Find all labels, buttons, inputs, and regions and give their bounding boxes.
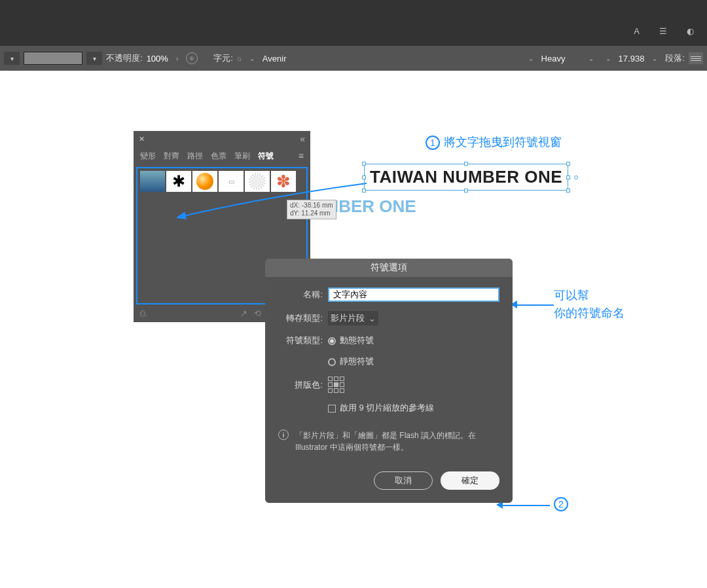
handle-bl[interactable] bbox=[362, 189, 366, 193]
handle-br[interactable] bbox=[566, 189, 570, 193]
text-out-port[interactable] bbox=[574, 175, 578, 179]
place-symbol-icon[interactable]: ↗ bbox=[240, 308, 247, 318]
paragraph-panel-icon[interactable]: ☰ bbox=[659, 26, 667, 36]
drag-dx: dX: -38.16 mm bbox=[290, 202, 333, 210]
name-label: 名稱: bbox=[278, 289, 323, 301]
info-icon: i bbox=[278, 430, 289, 440]
annotation-3-line bbox=[501, 505, 550, 506]
handle-tr[interactable] bbox=[566, 162, 570, 166]
fill-swatch-dropdown[interactable]: ▾ bbox=[4, 52, 20, 65]
handle-ml[interactable] bbox=[362, 175, 366, 179]
recolor-icon[interactable]: ⊕ bbox=[186, 52, 198, 64]
character-panel-icon[interactable]: A bbox=[634, 26, 640, 36]
tab-swatches[interactable]: 色票 bbox=[211, 151, 227, 162]
options-bar: ▾ ▾ 不透明度: 100% › ⊕ 字元: ⌕ ⌄ ⌄ Heavy ⌄ ⌄ 1… bbox=[0, 46, 707, 71]
search-icon[interactable]: ⌕ bbox=[237, 54, 242, 63]
handle-tl[interactable] bbox=[362, 162, 366, 166]
annotation-2-line bbox=[517, 304, 554, 306]
app-topbar: A ☰ ◐ bbox=[0, 0, 707, 46]
symbol-radial[interactable] bbox=[245, 171, 270, 192]
symbol-libraries-icon[interactable]: ⎙. bbox=[140, 308, 148, 318]
paragraph-label: 段落: bbox=[665, 52, 685, 64]
tab-pathfinder[interactable]: 路徑 bbox=[187, 151, 203, 162]
symbol-gradient[interactable] bbox=[140, 171, 165, 192]
opacity-value[interactable]: 100% bbox=[147, 54, 168, 64]
font-size[interactable]: 17.938 bbox=[619, 54, 645, 64]
break-link-icon[interactable]: ⟲ bbox=[254, 308, 261, 318]
handle-mr[interactable] bbox=[566, 175, 570, 179]
info-text: 「影片片段」和「繪圖」都是 Flash 讀入的標記。在 Illustrator … bbox=[295, 430, 499, 453]
symbol-type-label: 符號類型: bbox=[278, 335, 323, 346]
font-drop2[interactable]: ⌄ bbox=[528, 55, 534, 62]
tab-align[interactable]: 對齊 bbox=[164, 151, 179, 162]
symbol-frame[interactable]: ▭ bbox=[219, 171, 244, 192]
collapse-icon[interactable]: « bbox=[300, 134, 305, 144]
drag-dy: dY: 11.24 mm bbox=[290, 210, 333, 217]
opentype-panel-icon[interactable]: ◐ bbox=[687, 26, 694, 36]
tab-transform[interactable]: 變形 bbox=[140, 151, 156, 162]
panel-menu-icon[interactable]: ≡ bbox=[299, 151, 304, 162]
drag-tooltip: dX: -38.16 mm dY: 11.24 mm bbox=[287, 200, 336, 219]
tab-symbols[interactable]: 符號 bbox=[258, 151, 274, 162]
symbol-options-dialog: 符號選項 名稱: 轉存類型: 影片片段 符號類型: 動態符號 靜態符號 拼版色:… bbox=[265, 259, 513, 503]
radio-dynamic[interactable]: 動態符號 bbox=[328, 335, 374, 346]
name-input[interactable] bbox=[328, 287, 499, 302]
radio-static[interactable]: 靜態符號 bbox=[328, 356, 374, 367]
dialog-title: 符號選項 bbox=[265, 259, 513, 277]
opacity-label: 不透明度: bbox=[106, 52, 143, 64]
tab-brushes[interactable]: 筆刷 bbox=[234, 151, 250, 162]
stroke-dropdown[interactable]: ▾ bbox=[86, 52, 102, 65]
annotation-2: 可以幫 你的符號命名 bbox=[554, 287, 625, 322]
fill-swatch[interactable] bbox=[24, 52, 82, 65]
font-family-input[interactable] bbox=[263, 54, 367, 64]
export-type-select[interactable]: 影片片段 bbox=[328, 311, 378, 325]
text-object[interactable]: TAIWAN NUMBER ONE bbox=[364, 164, 568, 191]
symbol-orange-sphere[interactable] bbox=[192, 171, 217, 192]
cancel-button[interactable]: 取消 bbox=[374, 471, 433, 490]
handle-tm[interactable] bbox=[464, 162, 468, 166]
close-icon[interactable]: ✕ bbox=[139, 135, 145, 143]
step-2-badge: 2 bbox=[554, 497, 568, 511]
ok-button[interactable]: 確定 bbox=[441, 471, 499, 490]
annotation-1: 1將文字拖曳到符號視窗 bbox=[426, 134, 562, 150]
registration-label: 拼版色: bbox=[278, 379, 323, 391]
text-content: TAIWAN NUMBER ONE bbox=[370, 167, 562, 187]
font-weight[interactable]: Heavy bbox=[541, 54, 581, 64]
character-label: 字元: bbox=[213, 52, 233, 64]
export-type-label: 轉存類型: bbox=[278, 312, 323, 324]
step-1-badge: 1 bbox=[426, 136, 440, 150]
annotation-3: 2 bbox=[554, 497, 572, 511]
handle-bm[interactable] bbox=[464, 189, 468, 193]
symbol-inkblot[interactable] bbox=[166, 171, 191, 192]
slice-checkbox[interactable]: 啟用 9 切片縮放的參考線 bbox=[328, 402, 434, 414]
font-drop-icon[interactable]: ⌄ bbox=[249, 55, 255, 62]
registration-grid[interactable] bbox=[328, 377, 344, 393]
weight-drop[interactable]: ⌄ bbox=[589, 55, 594, 62]
size-drop-l[interactable]: ⌄ bbox=[606, 55, 611, 62]
align-icon[interactable] bbox=[689, 52, 703, 64]
size-drop-r[interactable]: ⌄ bbox=[652, 55, 657, 62]
opacity-arrow[interactable]: › bbox=[172, 55, 182, 62]
panel-tabs: 變形 對齊 路徑 色票 筆刷 符號 ≡ bbox=[134, 147, 310, 167]
symbol-flower[interactable] bbox=[271, 171, 296, 192]
